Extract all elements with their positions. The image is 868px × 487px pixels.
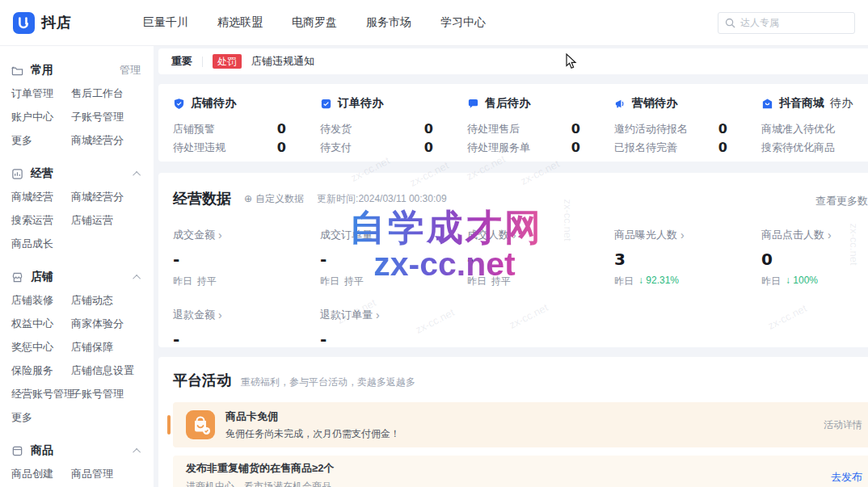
nav-item-xuexizhongxin[interactable]: 学习中心 — [440, 15, 486, 30]
carousel-indicator — [167, 415, 171, 435]
metric-label-link[interactable]: 商品点击人数 › — [761, 228, 868, 242]
commission-free-icon — [186, 410, 215, 439]
sidebar-item[interactable]: 商品成长 — [11, 237, 71, 251]
nav-item-fuwushichang[interactable]: 服务市场 — [366, 15, 411, 30]
sidebar-section-header[interactable]: 店铺 — [11, 264, 154, 290]
megaphone-icon — [614, 98, 626, 110]
sidebar-item[interactable]: 商城经营分 — [71, 190, 154, 204]
sidebar-item[interactable]: 保险服务 — [11, 363, 71, 378]
settings-icon: ⊕ — [244, 193, 252, 204]
chevron-right-icon: › — [218, 309, 222, 321]
task-title: 发布非重复铺货的在售商品≥2个 — [186, 461, 334, 476]
manage-link[interactable]: 管理 — [120, 63, 141, 78]
notice-importance-label: 重要 — [171, 54, 192, 69]
custom-data-button[interactable]: ⊕ 自定义数据 — [244, 192, 304, 206]
metric-value: 0 — [761, 250, 868, 269]
todo-item[interactable]: 待处理服务单 0 — [467, 138, 614, 157]
activity-title: 商品卡免佣 — [225, 409, 400, 424]
todo-item[interactable]: 待处理售后 0 — [467, 120, 614, 138]
sidebar: 常用 管理 订单管理 售后工作台 账户中心 子账号管理 更多 商城经营分 经营 … — [0, 46, 154, 487]
sidebar-item[interactable]: 订单管理 — [11, 86, 71, 101]
activity-details-link[interactable]: 活动详情 — [824, 418, 862, 432]
package-icon — [320, 98, 332, 110]
todo-item[interactable]: 待支付 0 — [320, 138, 467, 157]
todo-item[interactable]: 待发货 0 — [320, 120, 467, 138]
punishment-badge: 处罚 — [213, 54, 242, 69]
metric-label-link[interactable]: 成交金额 › — [173, 228, 320, 242]
metric-label-link[interactable]: 成交订单量 › — [320, 228, 467, 242]
sidebar-section-header[interactable]: 经营 — [11, 161, 154, 187]
search-input[interactable] — [740, 17, 837, 28]
sidebar-item[interactable]: 经营账号管理 — [11, 387, 71, 401]
chevron-right-icon: › — [376, 229, 380, 241]
sidebar-item[interactable]: 更多 — [11, 410, 71, 425]
sidebar-item[interactable]: 商城经营分 — [71, 133, 154, 148]
nav-item-jingxuanlianmeng[interactable]: 精选联盟 — [217, 15, 263, 30]
nav-item-dianshangluopan[interactable]: 电商罗盘 — [292, 15, 337, 30]
activity-desc: 免佣任务尚未完成，次月仍需支付佣金！ — [225, 427, 400, 441]
sidebar-item[interactable]: 更多 — [11, 133, 71, 148]
activities-subtitle: 重磅福利，参与平台活动，卖越多返越多 — [241, 376, 415, 389]
sidebar-item[interactable]: 子账号管理 — [71, 110, 154, 124]
sidebar-item[interactable]: 店铺保障 — [71, 340, 154, 355]
task-desc: 进商机中心，看市场潜在机会商品 — [186, 480, 334, 487]
metric-label-link[interactable]: 商品曝光人数 › — [614, 228, 761, 242]
nav-item-juliangqianchuan[interactable]: 巨量千川 — [143, 15, 188, 30]
todo-item[interactable]: 搜索待优化商品 — [761, 138, 868, 157]
section-title-activities: 平台活动 — [173, 371, 231, 390]
sidebar-item[interactable]: 商城经营 — [11, 190, 71, 204]
metric-trend: 昨日 ↓ 92.31% — [614, 275, 761, 288]
sidebar-item[interactable]: 子账号管理 — [71, 387, 154, 401]
metric-value: - — [173, 330, 320, 347]
platform-activities-card: 平台活动 重磅福利，参与平台活动，卖越多返越多 商品卡免佣 免佣任务尚未完成，次… — [158, 357, 868, 487]
chevron-up-icon[interactable] — [133, 447, 141, 456]
metrics-grid: 成交金额 › - 昨日 持平 成交订单量 › - 昨日 持平 — [173, 228, 868, 347]
doudian-logo[interactable]: 抖店 — [13, 12, 72, 34]
sidebar-item[interactable]: 权益中心 — [11, 317, 71, 331]
todo-card-mall: 抖音商城 待办 商城准入待优化 搜索待优化商品 — [761, 96, 868, 162]
sidebar-item[interactable]: 店铺运营 — [71, 213, 154, 228]
sidebar-section-header[interactable]: 常用 管理 — [11, 57, 154, 83]
todo-item[interactable]: 商城准入待优化 — [761, 120, 868, 138]
sidebar-item[interactable]: 店铺装修 — [11, 293, 71, 308]
todo-item[interactable]: 待处理违规 0 — [173, 138, 320, 157]
metric-exposure: 商品曝光人数 › 3 昨日 ↓ 92.31% — [614, 228, 761, 288]
todo-item[interactable]: 店铺预警 0 — [173, 120, 320, 138]
sidebar-item[interactable]: 商品创建 — [11, 467, 71, 481]
search-box[interactable] — [718, 12, 855, 34]
metric-value: - — [320, 330, 467, 347]
notice-text[interactable]: 店铺违规通知 — [251, 54, 314, 69]
mall-icon — [761, 98, 773, 110]
sidebar-item[interactable]: 账户中心 — [11, 110, 71, 124]
view-more-link[interactable]: 查看更多数据 — [815, 194, 868, 208]
metric-label-link[interactable]: 成交人数 › — [467, 228, 614, 242]
shop-icon — [11, 271, 23, 283]
todo-item[interactable]: 邀约活动待报名 0 — [614, 120, 761, 138]
sidebar-section-header[interactable]: 商品 — [11, 438, 154, 464]
chevron-up-icon[interactable] — [133, 170, 141, 178]
activity-task[interactable]: 发布非重复铺货的在售商品≥2个 进商机中心，看市场潜在机会商品 去发布 — [173, 456, 868, 487]
metric-refund-orders: 退款订单量 › - 昨日 持平 — [320, 308, 467, 347]
sidebar-item[interactable]: 商品管理 — [71, 467, 154, 481]
todo-card-marketing: 营销待办 邀约活动待报名 0 已报名待完善 0 — [614, 96, 761, 162]
todo-card-title: 抖音商城 — [779, 96, 824, 111]
sidebar-item[interactable]: 搜索运营 — [11, 213, 71, 228]
sidebar-item[interactable]: 售后工作台 — [71, 86, 154, 101]
todo-cards: 店铺待办 店铺预警 0 待处理违规 0 订单待办 待发货 0 — [158, 84, 868, 162]
chevron-up-icon[interactable] — [133, 274, 141, 282]
todo-card-title: 店铺待办 — [191, 96, 236, 111]
sidebar-item[interactable]: 商家体验分 — [71, 317, 154, 331]
metric-trend: 昨日 持平 — [467, 275, 614, 288]
sidebar-item[interactable]: 店铺信息设置 — [71, 363, 154, 378]
todo-card-title: 营销待办 — [632, 96, 677, 111]
metric-label-link[interactable]: 退款订单量 › — [320, 308, 467, 322]
sidebar-item[interactable]: 奖惩中心 — [11, 340, 71, 355]
activity-banner[interactable]: 商品卡免佣 免佣任务尚未完成，次月仍需支付佣金！ 活动详情 — [173, 402, 868, 447]
metric-label-link[interactable]: 退款金额 › — [173, 308, 320, 322]
go-publish-link[interactable]: 去发布 — [831, 470, 862, 485]
sidebar-item[interactable]: 店铺动态 — [71, 293, 154, 308]
notice-bar[interactable]: 重要 处罚 店铺违规通知 — [158, 48, 868, 74]
todo-item[interactable]: 已报名待完善 0 — [614, 138, 761, 157]
main-content: 重要 处罚 店铺违规通知 店铺待办 店铺预警 0 待处理违规 0 — [158, 48, 868, 487]
nav-menu: 巨量千川 精选联盟 电商罗盘 服务市场 学习中心 — [143, 15, 486, 30]
